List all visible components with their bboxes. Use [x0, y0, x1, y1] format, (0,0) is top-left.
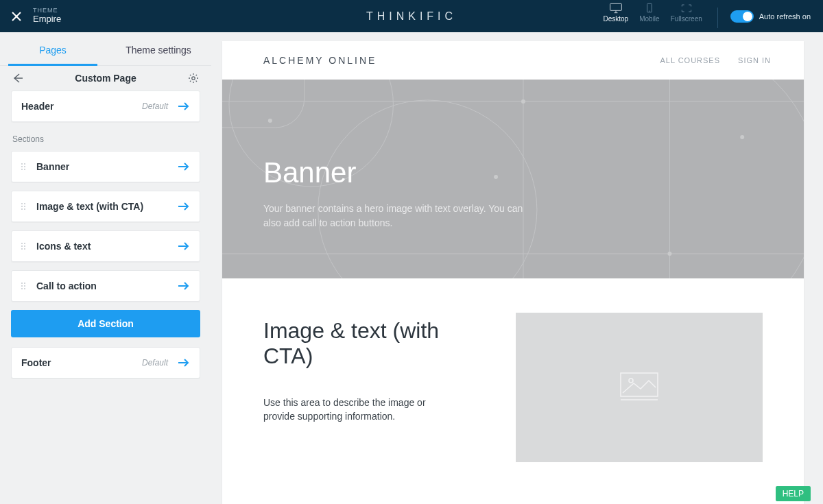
section-title: Call to action: [36, 280, 171, 291]
device-fullscreen-label: Fullscreen: [671, 15, 702, 23]
device-mobile-label: Mobile: [639, 15, 659, 23]
section-title: Banner: [36, 161, 171, 172]
help-button[interactable]: HELP: [776, 486, 811, 501]
close-icon: [11, 11, 22, 22]
arrow-right-icon: [178, 101, 190, 111]
image-text-body: Use this area to describe the image or p…: [263, 396, 455, 423]
header-card[interactable]: Header Default: [11, 91, 200, 122]
preview-nav: ALL COURSES SIGN IN: [660, 56, 771, 64]
section-call-to-action[interactable]: Call to action: [11, 270, 200, 302]
desktop-icon: [609, 3, 623, 14]
mobile-icon: [643, 3, 656, 14]
close-button[interactable]: [0, 11, 33, 22]
auto-refresh-toggle[interactable]: [730, 10, 754, 23]
drag-handle-icon[interactable]: [21, 203, 29, 210]
section-image-text-cta[interactable]: Image & text (with CTA): [11, 191, 200, 222]
svg-point-15: [667, 252, 671, 256]
nav-sign-in[interactable]: SIGN IN: [738, 56, 771, 64]
page-header-row: Custom Page: [0, 66, 211, 91]
drag-handle-icon[interactable]: [21, 163, 29, 170]
header-card-tag: Default: [142, 101, 168, 111]
section-title: Icons & text: [36, 241, 171, 252]
back-button[interactable]: [10, 73, 26, 84]
footer-card-title: Footer: [21, 357, 135, 368]
footer-card[interactable]: Footer Default: [11, 347, 200, 379]
svg-point-14: [740, 135, 744, 139]
tab-pages[interactable]: Pages: [0, 32, 106, 65]
hero-title: Banner: [263, 156, 763, 189]
auto-refresh-label: Auto refresh on: [759, 12, 811, 21]
auto-refresh-toggle-wrap: Auto refresh on: [730, 0, 823, 32]
drag-handle-icon[interactable]: [21, 243, 29, 250]
preview-frame: ALCHEMY ONLINE ALL COURSES SIGN IN Banne…: [222, 41, 804, 504]
add-section-button[interactable]: Add Section: [11, 310, 200, 337]
device-desktop-label: Desktop: [603, 15, 628, 23]
theme-name: Empire: [33, 14, 61, 24]
left-panel: Pages Theme settings Custom Page Header …: [0, 32, 211, 504]
arrow-right-icon: [178, 162, 190, 171]
svg-rect-10: [222, 80, 305, 128]
drag-handle-icon[interactable]: [21, 283, 29, 289]
preview-site-header: ALCHEMY ONLINE ALL COURSES SIGN IN: [222, 41, 804, 80]
svg-rect-0: [610, 3, 621, 10]
nav-all-courses[interactable]: ALL COURSES: [660, 56, 720, 64]
panel-body: Header Default Sections Banner Image & t…: [0, 91, 211, 389]
image-text-title: Image & text (with CTA): [263, 318, 488, 369]
page-settings-button[interactable]: [185, 73, 202, 84]
section-icons-text[interactable]: Icons & text: [11, 230, 200, 262]
footer-card-tag: Default: [142, 358, 168, 368]
device-fullscreen[interactable]: Fullscreen: [671, 3, 702, 23]
device-mobile[interactable]: Mobile: [639, 3, 659, 23]
preview-site-name: ALCHEMY ONLINE: [263, 55, 377, 66]
arrow-right-icon: [178, 281, 190, 291]
image-placeholder-icon: [620, 372, 658, 403]
theme-indicator[interactable]: THEME Empire: [33, 8, 61, 24]
preview-banner-section: Banner Your banner contains a hero image…: [222, 80, 804, 278]
section-banner[interactable]: Banner: [11, 151, 200, 182]
preview-image-text-section: Image & text (with CTA) Use this area to…: [222, 278, 804, 496]
tab-theme-settings[interactable]: Theme settings: [106, 32, 211, 65]
svg-point-17: [629, 379, 633, 383]
header-card-title: Header: [21, 101, 135, 112]
fullscreen-icon: [680, 3, 693, 14]
svg-rect-16: [621, 373, 658, 396]
svg-point-9: [318, 100, 537, 278]
device-switcher: Desktop Mobile Fullscreen: [603, 0, 730, 32]
panel-tabs: Pages Theme settings: [0, 32, 211, 66]
sections-label: Sections: [12, 134, 200, 144]
gear-icon: [188, 73, 199, 84]
svg-point-12: [521, 99, 525, 104]
arrow-left-icon: [12, 73, 23, 84]
topbar-divider: [717, 8, 718, 28]
arrow-right-icon: [178, 241, 190, 251]
hero-description: Your banner contains a hero image with t…: [263, 202, 524, 230]
arrow-right-icon: [178, 202, 190, 211]
arrow-right-icon: [178, 358, 190, 368]
svg-point-3: [192, 77, 195, 80]
svg-point-11: [268, 119, 272, 123]
device-desktop[interactable]: Desktop: [603, 3, 628, 23]
section-title: Image & text (with CTA): [36, 201, 171, 212]
top-bar: THEME Empire THINKIFIC Desktop Mobile Fu…: [0, 0, 823, 32]
image-placeholder: [516, 313, 763, 462]
page-title: Custom Page: [26, 73, 185, 84]
brand-logo: THINKIFIC: [366, 10, 457, 23]
svg-point-2: [649, 11, 649, 12]
